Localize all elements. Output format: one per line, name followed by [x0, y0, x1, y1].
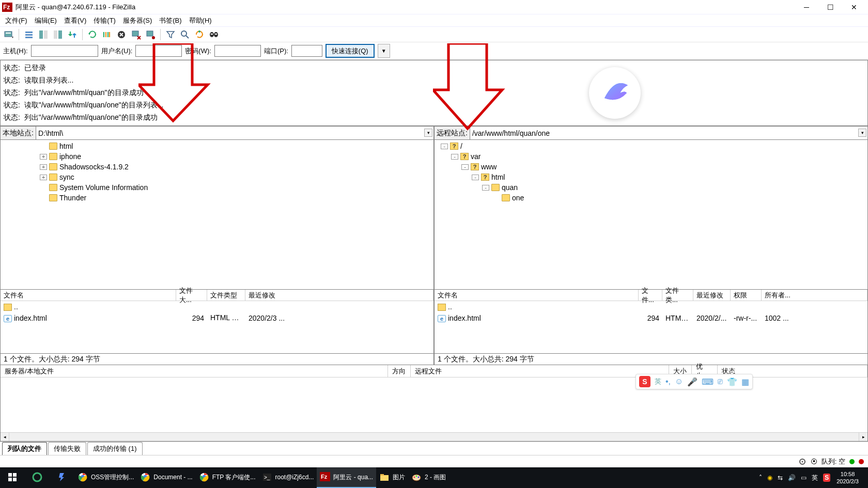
local-tree-item[interactable]: +iphone	[3, 151, 431, 162]
tray-up-icon[interactable]: ˄	[759, 474, 762, 481]
menu-file[interactable]: 文件(F)	[2, 15, 30, 26]
taskbar-item[interactable]: >_root@iZj6cd...	[259, 467, 317, 488]
quickconnect-dropdown[interactable]: ▼	[378, 44, 390, 58]
tray-sogou-icon[interactable]: S	[823, 474, 830, 482]
edge-button[interactable]	[25, 467, 50, 488]
toggle-remote-tree-button[interactable]	[51, 28, 65, 41]
remote-tree-item[interactable]: -?/	[437, 141, 865, 151]
taskbar-item[interactable]: 2 - 画图	[408, 467, 449, 488]
file-row[interactable]: ..	[1, 301, 433, 312]
local-tree-item[interactable]: Thunder	[3, 193, 431, 203]
maximize-button[interactable]: ☐	[818, 0, 842, 14]
ime-voice-icon[interactable]: 🎤	[687, 377, 698, 387]
start-button[interactable]	[0, 467, 25, 488]
local-tree[interactable]: html+iphone+Shadowsocks-4.1.9.2+syncSyst…	[1, 140, 433, 289]
show-desktop-button[interactable]	[862, 467, 868, 488]
sync-browse-button[interactable]	[207, 28, 221, 41]
tray-ime-text[interactable]: 英	[812, 474, 818, 482]
ime-punct-icon[interactable]: •,	[665, 377, 671, 386]
chevron-down-icon[interactable]: ▾	[858, 129, 866, 137]
col-modified[interactable]: 最近修改	[245, 290, 433, 301]
tab-queued[interactable]: 列队的文件	[2, 442, 47, 455]
filter-button[interactable]	[164, 28, 177, 41]
col-name[interactable]: 文件名	[1, 290, 176, 301]
col-modified[interactable]: 最近修改	[693, 290, 731, 301]
toggle-queue-button[interactable]	[66, 28, 79, 41]
tab-failed[interactable]: 传输失败	[48, 442, 86, 455]
thunder-button[interactable]	[50, 467, 74, 488]
tray-shield-icon[interactable]: ◉	[767, 474, 772, 481]
remote-tree[interactable]: -?/-?var-?www-?html-quanone	[435, 140, 867, 289]
ime-grid-icon[interactable]: ▦	[741, 377, 749, 387]
col-type[interactable]: 文件类型	[207, 290, 245, 301]
local-tree-item[interactable]: System Volume Information	[3, 182, 431, 193]
local-tree-item[interactable]: +sync	[3, 172, 431, 182]
remote-tree-item[interactable]: -?var	[437, 151, 865, 162]
chevron-down-icon[interactable]: ▾	[424, 129, 432, 137]
col-perm[interactable]: 权限	[731, 290, 762, 301]
qcol-remote[interactable]: 远程文件	[411, 365, 669, 377]
menu-edit[interactable]: 编辑(E)	[32, 15, 60, 26]
taskbar-item[interactable]: FTP 客户端使...	[196, 467, 259, 488]
tray-battery-icon[interactable]: ▭	[801, 474, 807, 481]
sogou-ime-toolbar[interactable]: S 英 •, ☺ 🎤 ⌨ ⎚ 👕 ▦	[636, 374, 753, 389]
system-tray[interactable]: ˄ ◉ ⇆ 🔊 ▭ 英 S	[756, 474, 833, 482]
local-filelist[interactable]: 文件名 文件大... 文件类型 最近修改 ..eindex.html294HTM…	[1, 289, 433, 365]
qcol-dir[interactable]: 方向	[388, 365, 411, 377]
search-button[interactable]	[178, 28, 192, 41]
col-size[interactable]: 文件...	[639, 290, 662, 301]
col-owner[interactable]: 所有者...	[762, 290, 867, 301]
local-tree-item[interactable]: +Shadowsocks-4.1.9.2	[3, 162, 431, 172]
file-row[interactable]: eindex.html294HTML ...2020/2/...-rw-r-..…	[435, 312, 867, 324]
pass-input[interactable]	[214, 45, 261, 57]
remote-path-combo[interactable]: /var/www/html/quan/one▾	[470, 127, 867, 139]
toggle-log-button[interactable]	[22, 28, 36, 41]
status-log[interactable]: 状态: 已登录状态: 读取目录列表...状态: 列出"/var/www/html…	[0, 60, 868, 126]
taskbar-item[interactable]: Document - ...	[137, 467, 195, 488]
toggle-local-tree-button[interactable]	[37, 28, 50, 41]
taskbar-clock[interactable]: 10:58 2020/2/3	[833, 470, 862, 485]
user-input[interactable]	[135, 45, 182, 57]
menu-bookmark[interactable]: 书签(B)	[156, 15, 184, 26]
minimize-button[interactable]: ─	[795, 0, 818, 14]
menu-transfer[interactable]: 传输(T)	[90, 15, 119, 26]
ime-skin-icon[interactable]: ⎚	[718, 377, 723, 386]
taskbar-item[interactable]: 图片	[376, 467, 408, 488]
remote-tree-item[interactable]: one	[437, 193, 865, 203]
taskbar-item[interactable]: Fz阿里云 - qua...	[317, 467, 376, 488]
file-row[interactable]: eindex.html294HTML 文...2020/2/3 ...	[1, 312, 433, 324]
sitemanager-button[interactable]	[2, 28, 16, 41]
local-path-combo[interactable]: D:\html\▾	[36, 127, 433, 139]
menu-server[interactable]: 服务器(S)	[120, 15, 155, 26]
col-name[interactable]: 文件名	[435, 290, 639, 301]
menu-help[interactable]: 帮助(H)	[186, 15, 215, 26]
compare-button[interactable]	[193, 28, 206, 41]
queue-hscroll[interactable]: ◂▸	[1, 432, 867, 441]
refresh-button[interactable]	[86, 28, 99, 41]
cancel-button[interactable]	[115, 28, 128, 41]
col-type[interactable]: 文件类...	[662, 290, 693, 301]
quickconnect-button[interactable]: 快速连接(Q)	[326, 44, 375, 58]
host-input[interactable]	[31, 45, 98, 57]
remote-tree-item[interactable]: -?www	[437, 162, 865, 172]
process-queue-button[interactable]	[100, 28, 114, 41]
tray-volume-icon[interactable]: 🔊	[788, 474, 796, 481]
reconnect-button[interactable]	[144, 28, 157, 41]
remote-tree-item[interactable]: -quan	[437, 182, 865, 193]
qcol-local[interactable]: 服务器/本地文件	[1, 365, 388, 377]
port-input[interactable]	[291, 45, 322, 57]
taskbar-item[interactable]: OSS管理控制...	[74, 467, 137, 488]
tray-wifi-icon[interactable]: ⇆	[778, 474, 783, 481]
remote-tree-item[interactable]: -?html	[437, 172, 865, 182]
ime-tool-icon[interactable]: 👕	[727, 377, 737, 387]
local-tree-item[interactable]: html	[3, 141, 431, 151]
ime-emoji-icon[interactable]: ☺	[675, 377, 683, 386]
menu-view[interactable]: 查看(V)	[61, 15, 89, 26]
col-size[interactable]: 文件大...	[176, 290, 207, 301]
close-button[interactable]: ✕	[842, 0, 866, 14]
file-row[interactable]: ..	[435, 301, 867, 312]
ime-keyboard-icon[interactable]: ⌨	[702, 377, 714, 387]
ime-lang-text[interactable]: 英	[655, 377, 661, 386]
tab-success[interactable]: 成功的传输 (1)	[87, 442, 143, 455]
gear-icon[interactable]	[798, 458, 807, 466]
